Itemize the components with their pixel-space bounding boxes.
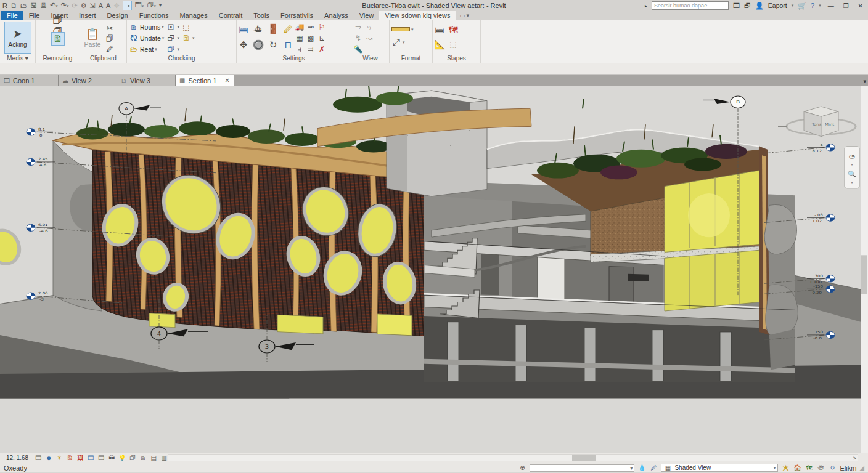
minimize-button[interactable]: — — [825, 2, 837, 9]
bed-element-icon[interactable]: 🛏 — [239, 24, 248, 34]
viewcube-left-face[interactable]: Tons — [811, 122, 822, 126]
schedule-icon[interactable]: 🗇▾ — [147, 1, 156, 10]
navigation-bar[interactable]: ◔ ▾ 🔍 ▾ — [845, 147, 859, 188]
view-tab-view2[interactable]: ☁ View 2 — [59, 75, 117, 86]
view-scale[interactable]: 12. 1.68 — [2, 455, 32, 461]
roums-dropdown-icon[interactable]: ▾ — [162, 25, 164, 30]
detach-icon[interactable]: ⊸ — [306, 22, 316, 32]
tab-file-menu[interactable]: File — [1, 11, 23, 20]
restore-button[interactable]: ❐ — [841, 2, 851, 9]
steering-wheel-icon[interactable]: ◔ — [849, 153, 855, 160]
tab-design[interactable]: Design — [102, 11, 134, 20]
dim-icon[interactable]: ✥ — [113, 1, 119, 10]
dimension-aligned-icon[interactable]: ⤢ — [391, 38, 401, 47]
exclude-options-icon[interactable]: 🟊 — [781, 464, 790, 472]
sun-path-icon[interactable]: ☀ — [55, 454, 63, 462]
worksets-icon[interactable]: ⊕ — [518, 464, 526, 472]
roof-soffit-icon[interactable]: ⛴ — [253, 24, 263, 34]
help-dropdown-icon[interactable]: ▾ — [819, 3, 821, 8]
section-3d-view[interactable]: A B 4 3 — [0, 86, 868, 453]
view-style-select[interactable]: ▦ Shaded View ▾ — [661, 464, 778, 472]
panel-label-format[interactable]: Format — [391, 54, 430, 63]
tab-contrait[interactable]: Contrait — [213, 11, 248, 20]
group-icon[interactable]: 🞔 — [166, 22, 176, 32]
area-map-icon[interactable]: 🗺 — [448, 25, 458, 34]
split-icon[interactable]: ⫤ — [306, 44, 316, 54]
account-label[interactable]: Eaport — [768, 2, 787, 9]
move-icon[interactable]: ✥ — [239, 40, 248, 50]
zoom-tool-icon[interactable]: 🔍 — [848, 171, 857, 178]
cut-scissors-icon[interactable]: ✂ — [105, 23, 115, 33]
delete-icon[interactable]: ✗ — [317, 44, 327, 54]
panel-label-wiew[interactable]: Wiew — [353, 54, 387, 63]
array-grid-icon[interactable]: ▦ — [295, 33, 305, 43]
help-icon[interactable]: ? — [811, 2, 814, 9]
close-tab-icon[interactable]: ✕ — [225, 77, 230, 84]
reat-dropdown-icon[interactable]: ▾ — [155, 47, 157, 52]
crop-view-icon[interactable]: 🗔 — [86, 454, 95, 462]
selection-box-icon[interactable]: ⬚ — [181, 22, 191, 32]
tab-analyss[interactable]: Analyss — [319, 11, 354, 20]
pin-icon[interactable]: ⊾ — [317, 33, 327, 43]
truck-icon[interactable]: 🚚 — [295, 22, 305, 32]
scope-box-icon[interactable]: 🛏 — [435, 25, 444, 34]
panel-label-medis[interactable]: Medis ▾ — [2, 54, 33, 63]
search-input[interactable] — [652, 1, 729, 10]
drag-on-selection-icon[interactable]: ↻ — [828, 464, 837, 472]
image-placement-icon[interactable]: 🖻 — [51, 32, 65, 46]
feedback-icon[interactable]: 🗗 — [744, 2, 751, 9]
detail-level-icon[interactable]: 🗖 — [34, 454, 43, 462]
app-store-icon[interactable]: 🛒 — [798, 2, 806, 10]
select-pinned-icon[interactable]: 🗺 — [805, 464, 813, 472]
hscroll-right-arrow-icon[interactable]: > — [853, 455, 856, 461]
tab-view-sdown-active[interactable]: View sdown kiq views — [379, 11, 456, 20]
arrow-curve-icon[interactable]: ↯ — [353, 33, 363, 43]
wall-component-icon[interactable]: 🗇🗇 — [53, 22, 63, 31]
text-tool-icon[interactable]: A — [99, 1, 103, 10]
undate-dropdown-icon[interactable]: ▾ — [162, 36, 165, 41]
editable-only-icon[interactable]: 🖉 — [649, 464, 658, 472]
tab-view[interactable]: View — [354, 11, 380, 20]
reveal-hidden-icon[interactable]: 💡 — [118, 454, 126, 462]
panel-label-chockiing[interactable]: Chockiing — [129, 54, 234, 63]
undo-icon[interactable]: ↶▾ — [50, 1, 58, 10]
undate-button[interactable]: Undate — [140, 34, 161, 42]
tab-file[interactable]: File — [23, 11, 46, 20]
tab-tools[interactable]: Tools — [248, 11, 275, 20]
measure-icon[interactable]: ⇲ — [90, 1, 96, 10]
dimension-dropdown-icon[interactable]: ▾ — [411, 27, 414, 32]
modify-icon[interactable]: ⚙ — [81, 1, 87, 10]
analytical-model-icon[interactable]: ▤ — [149, 454, 158, 462]
account-dropdown-icon[interactable]: ▾ — [792, 3, 794, 8]
design-options-select[interactable]: ▾ — [530, 464, 634, 472]
viewcube-right-face[interactable]: Mint — [825, 122, 835, 126]
panel-label-clipboard[interactable]: Clipboard — [82, 54, 125, 63]
qat-customize-icon[interactable]: ▾ — [159, 1, 162, 10]
default-3d-view-icon[interactable]: 🗔▾ — [135, 1, 144, 10]
vertical-scrollbar[interactable] — [861, 86, 868, 453]
paint-icon[interactable]: ⚐ — [317, 22, 327, 32]
dimension-aligned-dropdown-icon[interactable]: ▾ — [403, 40, 405, 45]
stamp-icon[interactable]: 🖺 — [181, 33, 191, 43]
ruler-icon[interactable]: 📐 — [435, 39, 444, 49]
align-icon[interactable]: ⫞ — [295, 44, 305, 54]
new-file-icon[interactable]: 🗋 — [10, 1, 17, 10]
sync-icon[interactable]: ⟳ — [72, 1, 77, 10]
ribbon-collapse-icon[interactable]: ▭ ▾ — [456, 11, 473, 20]
section-tool-icon[interactable]: ⊸ — [123, 1, 132, 10]
group-dropdown-icon[interactable]: ▾ — [177, 25, 179, 30]
view-tab-coon1[interactable]: 🗖 Coon 1 — [0, 75, 59, 86]
temporary-hide-icon[interactable]: 🕶 — [107, 454, 116, 462]
pipe-fitting-icon[interactable]: ⊓ — [283, 40, 293, 50]
filter-circles-icon[interactable]: 🔘 — [253, 40, 263, 50]
tab-list-chevron-icon[interactable]: ▾ — [863, 78, 866, 84]
tab-insert-2[interactable]: Insert — [73, 11, 102, 20]
crop-region-icon[interactable]: 🗖 — [97, 454, 105, 462]
copy-monitor-dropdown-icon[interactable]: ▾ — [177, 47, 179, 52]
search-expand-icon[interactable]: ▸ — [645, 3, 647, 9]
wall-sweep-icon[interactable]: 🖉 — [283, 24, 293, 34]
door-panel-icon[interactable]: 🚪 — [268, 24, 278, 34]
panel-label-slapes[interactable]: Slapes — [435, 54, 478, 63]
copy-icon[interactable]: 🗍 — [105, 34, 115, 44]
filter-count[interactable]: Elikm — [840, 464, 856, 472]
